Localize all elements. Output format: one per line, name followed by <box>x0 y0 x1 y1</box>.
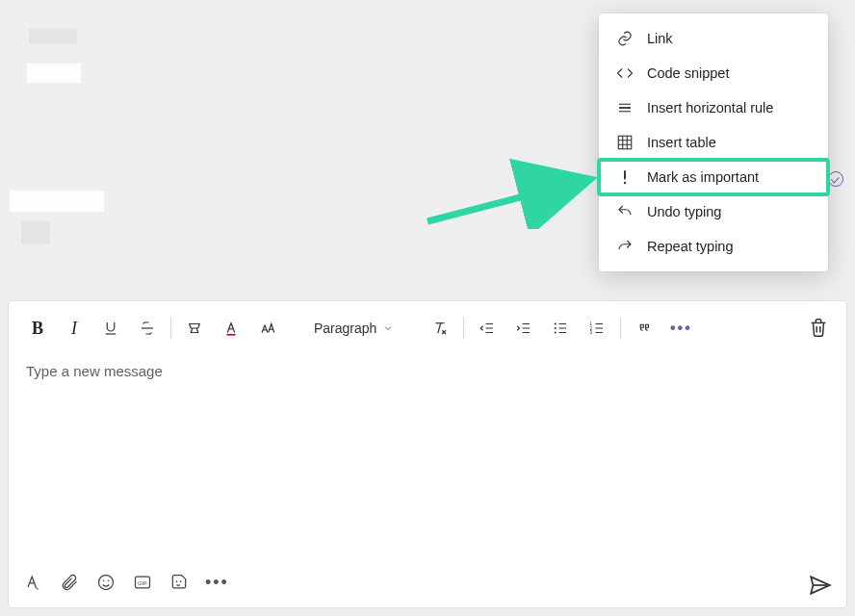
toolbar-separator <box>170 318 171 339</box>
menu-item-insert-table[interactable]: Insert table <box>599 125 828 160</box>
numbered-list-button[interactable]: 123 <box>583 315 610 342</box>
undo-icon <box>616 203 634 220</box>
svg-text:GIF: GIF <box>138 580 147 586</box>
horizontal-rule-icon <box>616 99 634 116</box>
more-actions-button[interactable]: ••• <box>205 573 229 593</box>
menu-item-undo[interactable]: Undo typing <box>599 194 828 229</box>
svg-point-9 <box>99 576 114 590</box>
outdent-button[interactable] <box>474 315 501 342</box>
composer-actions-bar: GIF ••• <box>22 567 833 598</box>
more-formatting-button[interactable]: ••• <box>667 315 694 342</box>
underline-button[interactable] <box>97 315 124 342</box>
table-icon <box>616 134 634 151</box>
menu-item-label: Link <box>647 31 673 46</box>
redacted-block <box>10 191 104 212</box>
toolbar-separator <box>463 318 464 339</box>
code-icon <box>616 64 634 82</box>
svg-text:3: 3 <box>590 330 593 335</box>
font-color-button[interactable] <box>218 315 245 342</box>
sticker-button[interactable] <box>168 572 190 593</box>
attach-file-button[interactable] <box>59 572 80 593</box>
menu-item-label: Insert horizontal rule <box>647 100 773 116</box>
quote-button[interactable] <box>631 315 658 342</box>
svg-point-3 <box>555 322 557 324</box>
paragraph-style-dropdown[interactable]: Paragraph <box>312 321 396 336</box>
svg-point-10 <box>103 580 105 582</box>
send-button[interactable] <box>808 573 833 598</box>
formatting-context-menu: Link Code snippet Insert horizontal rule… <box>599 13 828 271</box>
menu-item-label: Code snippet <box>647 65 729 81</box>
svg-point-14 <box>176 580 178 582</box>
message-composer: B I Paragraph <box>8 300 847 608</box>
bold-button[interactable]: B <box>24 315 51 342</box>
message-input[interactable]: Type a new message <box>9 351 846 391</box>
link-icon <box>616 30 634 47</box>
font-size-button[interactable] <box>254 315 281 342</box>
redacted-block <box>21 221 50 244</box>
message-read-indicator-icon <box>828 171 843 187</box>
bulleted-list-button[interactable] <box>547 315 574 342</box>
paragraph-label: Paragraph <box>314 321 376 336</box>
svg-point-1 <box>624 182 626 184</box>
toolbar-separator <box>620 318 621 339</box>
important-icon <box>616 168 634 186</box>
svg-rect-0 <box>618 136 632 149</box>
svg-point-15 <box>180 580 182 582</box>
highlight-button[interactable] <box>181 315 208 342</box>
formatting-toolbar: B I Paragraph <box>9 301 846 351</box>
redacted-block <box>27 64 81 83</box>
menu-item-label: Mark as important <box>647 169 759 185</box>
menu-item-label: Repeat typing <box>647 239 733 254</box>
menu-item-redo[interactable]: Repeat typing <box>599 229 828 264</box>
svg-point-4 <box>555 327 557 329</box>
redo-icon <box>616 238 634 255</box>
svg-point-11 <box>108 580 110 582</box>
strikethrough-button[interactable] <box>134 315 161 342</box>
format-toggle-button[interactable] <box>22 572 43 593</box>
delete-draft-button[interactable] <box>808 317 831 340</box>
italic-button[interactable]: I <box>61 315 88 342</box>
clear-formatting-button[interactable] <box>427 315 453 342</box>
menu-item-horizontal-rule[interactable]: Insert horizontal rule <box>599 90 828 125</box>
gif-button[interactable]: GIF <box>132 572 153 593</box>
emoji-button[interactable] <box>95 572 117 593</box>
menu-item-mark-important[interactable]: Mark as important <box>599 160 828 194</box>
svg-point-5 <box>555 331 557 333</box>
menu-item-label: Undo typing <box>647 204 721 219</box>
chevron-down-icon <box>382 322 394 334</box>
redacted-block <box>29 29 77 44</box>
menu-item-label: Insert table <box>647 135 716 150</box>
menu-item-code-snippet[interactable]: Code snippet <box>599 56 828 90</box>
menu-item-link[interactable]: Link <box>599 21 828 56</box>
indent-button[interactable] <box>510 315 537 342</box>
